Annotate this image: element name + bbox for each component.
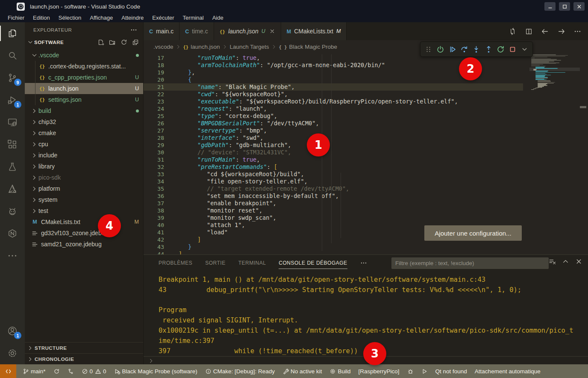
debug-restart-button[interactable] [495, 43, 506, 55]
menu-sélection[interactable]: Sélection [54, 14, 85, 22]
tree-item-build[interactable]: build [25, 105, 143, 116]
activity-accounts[interactable]: 1 [0, 320, 25, 342]
explorer-more-icon[interactable] [130, 27, 137, 33]
menu-fichier[interactable]: Fichier [3, 14, 29, 22]
debug-step-out-button[interactable] [483, 43, 494, 55]
debug-continue-button[interactable] [447, 43, 458, 55]
panel-tab-terminal[interactable]: TERMINAL [238, 255, 266, 271]
tree-item--cortex-debug-registers-stat-[interactable]: {}.cortex-debug.registers.stat... [25, 61, 143, 72]
code-line-21[interactable]: 21"name": "Black Magic Probe", [144, 83, 588, 91]
code-line-28[interactable]: 28"interface": "swd", [144, 134, 588, 142]
tree-item-cmakelists-txt[interactable]: MCMakeLists.txtM [25, 216, 143, 227]
more-actions-icon[interactable] [574, 28, 581, 35]
maximize-button[interactable] [559, 2, 570, 11]
activity-nx-console[interactable] [0, 222, 25, 245]
tree-item-cpu[interactable]: cpu [25, 139, 143, 150]
tree-item-settings-json[interactable]: {}settings.jsonU [25, 94, 143, 105]
activity-testing[interactable] [0, 156, 25, 178]
code-line-35[interactable]: 35// "target extended-remote /dev/ttyACM… [144, 185, 588, 192]
open-changes-icon[interactable] [509, 28, 516, 35]
sidebar-section-chronologie[interactable]: CHRONOLOGIE [25, 353, 143, 364]
status-build[interactable]: Build [326, 364, 354, 378]
debug-step-over-button[interactable] [459, 43, 470, 55]
activity-cmake-tools[interactable] [0, 178, 25, 200]
tree-item-include[interactable]: include [25, 150, 143, 161]
tree-item-test[interactable]: test [25, 205, 143, 216]
debug-dropdown-button[interactable] [519, 43, 530, 55]
menu-exécuter[interactable]: Exécuter [148, 14, 178, 22]
go-forward-icon[interactable] [558, 28, 565, 35]
activity-search[interactable] [0, 44, 25, 67]
status-problems[interactable]: 00 [78, 364, 110, 378]
code-line-39[interactable]: 39"monitor swdp_scan", [144, 214, 588, 221]
code-line-38[interactable]: 38"monitor reset", [144, 207, 588, 214]
status-git-graph[interactable] [64, 364, 78, 378]
close-button[interactable] [573, 2, 585, 11]
menu-aide[interactable]: Aide [208, 14, 228, 22]
debug-power-button[interactable] [435, 43, 446, 55]
code-line-29[interactable]: 29"gdbPath": "gdb-multiarch", [144, 142, 588, 149]
tree-item--vscode[interactable]: .vscode [25, 50, 143, 61]
tree-item-gd32vf103-ozone-jdebug[interactable]: gd32vf103_ozone.jdebug [25, 227, 143, 239]
new-file-icon[interactable] [97, 39, 104, 46]
tab-cmakelists-txt[interactable]: MCMakeLists.txtM [281, 22, 347, 40]
tree-item-platform[interactable]: platform [25, 183, 143, 194]
status-cmake-status[interactable]: CMake: [Debug]: Ready [201, 364, 279, 378]
code-line-36[interactable]: 36"set mem inaccessible-by-default off", [144, 192, 588, 200]
code-line-18[interactable]: 18"armToolchainPath": "/opt/gcc-arm-none… [144, 62, 588, 69]
sidebar-section-structure[interactable]: STRUCTURE [25, 342, 143, 353]
code-line-24[interactable]: 24"request": "launch", [144, 105, 588, 112]
close-tab-icon[interactable] [269, 28, 275, 34]
breadcrumb-launch-targets[interactable]: Launch Targets [230, 44, 269, 50]
code-line-22[interactable]: 22"cwd": "${workspaceRoot}", [144, 91, 588, 98]
workspace-section-header[interactable]: SOFTWARE [25, 37, 143, 47]
tab-time-c[interactable]: Ctime.c [179, 22, 214, 40]
console-filter-input[interactable] [391, 257, 549, 269]
code-line-33[interactable]: 33"cd ${workspaceRoot}/build", [144, 171, 588, 178]
code-editor[interactable]: 16"interface": "swd",17"runToMain": true… [144, 53, 588, 254]
panel-tab-sortie[interactable]: SORTIE [205, 255, 225, 271]
tree-item-samd21-ozone-jdebug[interactable]: samd21_ozone.jdebug [25, 239, 143, 250]
menu-edition[interactable]: Edition [29, 14, 54, 22]
code-line-32[interactable]: 32"preRestartCommands": [ [144, 163, 588, 171]
code-line-20[interactable]: 20{ [144, 76, 588, 83]
maximize-panel-icon[interactable] [562, 258, 569, 265]
menu-atteindre[interactable]: Atteindre [117, 14, 148, 22]
status-active-kit[interactable]: No active kit [279, 364, 326, 378]
activity-more-views[interactable] [0, 245, 25, 267]
debug-stop-button[interactable] [507, 43, 518, 55]
tree-item-cmake[interactable]: cmake [25, 127, 143, 139]
status-remote[interactable] [0, 364, 16, 378]
tree-item-pico-sdk[interactable]: pico-sdk [25, 172, 143, 183]
tab-main-c[interactable]: Cmain.c [144, 22, 179, 40]
tree-item-system[interactable]: system [25, 194, 143, 205]
new-folder-icon[interactable] [109, 39, 116, 46]
collapse-all-icon[interactable] [132, 39, 139, 46]
code-line-34[interactable]: 34"file open-story-teller.elf", [144, 178, 588, 185]
scrollbar-thumb[interactable] [580, 106, 586, 108]
tree-item-c-cpp-properties-json[interactable]: {}c_cpp_properties.jsonU [25, 72, 143, 83]
code-line-25[interactable]: 25"type": "cortex-debug", [144, 112, 588, 120]
code-line-31[interactable]: 31"runToMain": true, [144, 156, 588, 163]
panel-tab-console-de-d-bogage[interactable]: CONSOLE DE DÉBOGAGE [279, 255, 347, 271]
refresh-icon[interactable] [121, 39, 127, 46]
tab-launch-json[interactable]: {}launch.jsonU [214, 22, 281, 40]
tree-item-library[interactable]: library [25, 161, 143, 172]
panel-tab-probl-mes[interactable]: PROBLÈMES [159, 255, 192, 271]
debug-step-into-button[interactable] [470, 43, 482, 55]
add-configuration-button[interactable]: Ajouter une configuration... [424, 225, 522, 241]
split-editor-icon[interactable] [525, 28, 532, 35]
status-debug-target[interactable]: Black Magic Probe (software) [110, 364, 201, 378]
code-line-44[interactable]: 44] [144, 251, 588, 254]
code-line-30[interactable]: 30// "device": "STM32L431VC", [144, 149, 588, 156]
minimize-button[interactable] [544, 2, 556, 11]
code-line-23[interactable]: 23"executable": "${workspaceRoot}/build/… [144, 98, 588, 105]
status-run[interactable] [417, 364, 432, 378]
activity-debug-bot[interactable] [0, 200, 25, 222]
breadcrumb-launch-json[interactable]: {}launch.json [183, 44, 220, 50]
status-auto-attach[interactable]: Attachement automatique [471, 364, 544, 378]
debug-drag-grip-button[interactable] [423, 43, 434, 55]
tree-item-launch-json[interactable]: {}launch.jsonU [25, 83, 143, 94]
code-line-26[interactable]: 26"BMPGDBSerialPort": "/dev/ttyACM0", [144, 120, 588, 127]
code-line-37[interactable]: 37"enable breakpoint", [144, 200, 588, 207]
